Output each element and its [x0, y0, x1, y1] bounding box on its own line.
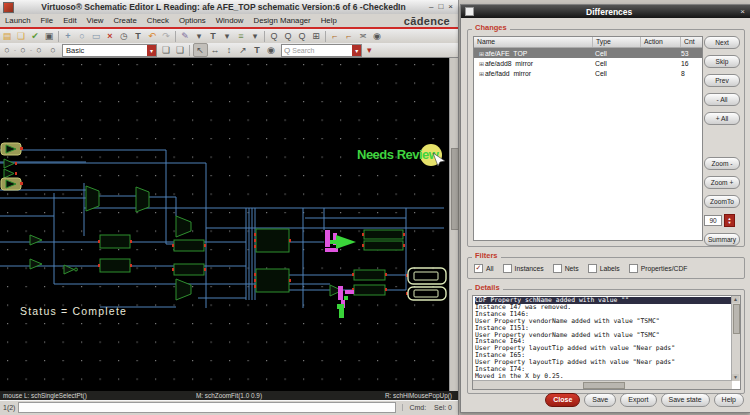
probe-icon[interactable]: ◉: [265, 44, 278, 56]
search-options-icon[interactable]: ▾: [363, 44, 376, 56]
canvas-vertical-scrollbar[interactable]: [449, 58, 458, 392]
checkbox[interactable]: [553, 264, 562, 273]
details-horizontal-scrollbar[interactable]: [473, 380, 732, 389]
menu-options[interactable]: Options: [174, 16, 211, 25]
dropdown-icon[interactable]: ▾: [221, 30, 234, 42]
skip-button[interactable]: Skip: [704, 55, 740, 68]
menu-window[interactable]: Window: [211, 16, 249, 25]
filter-nets[interactable]: Nets: [553, 264, 579, 273]
checkbox-checked[interactable]: ✓: [474, 264, 483, 273]
text-icon[interactable]: T: [132, 30, 145, 42]
close-icon[interactable]: ×: [448, 2, 453, 12]
save-icon[interactable]: ▣: [43, 30, 56, 42]
probe-icon[interactable]: ◉: [371, 30, 384, 42]
scrollbar-thumb[interactable]: [733, 304, 740, 334]
collapse-all-button[interactable]: - All: [704, 93, 740, 106]
menu-create[interactable]: Create: [108, 16, 141, 25]
expander-icon[interactable]: ⊞: [479, 71, 484, 77]
menu-file[interactable]: File: [36, 16, 59, 25]
minimize-icon[interactable]: –: [429, 2, 433, 12]
stretch-icon[interactable]: ○: [76, 30, 89, 42]
wire-icon[interactable]: ⌐: [329, 30, 342, 42]
changes-table[interactable]: Name Type Action Cnt ⊞afe/AFE_TOP Cell 5…: [473, 36, 703, 241]
expander-icon[interactable]: ⊞: [479, 51, 484, 57]
search-dropdown-icon[interactable]: ▾: [352, 45, 361, 56]
select-connect-icon[interactable]: ↕: [223, 44, 236, 56]
filter-instances[interactable]: Instances: [503, 264, 544, 273]
dialog-close-icon[interactable]: ×: [740, 7, 745, 16]
dropdown-icon[interactable]: ▾: [249, 30, 262, 42]
open-icon[interactable]: ❏: [15, 30, 28, 42]
menu-check[interactable]: Check: [142, 16, 174, 25]
checkbox[interactable]: [629, 264, 638, 273]
select-instance-icon[interactable]: ↗: [237, 44, 250, 56]
schematic-canvas[interactable]: Needs Review Status = Complete: [0, 57, 458, 392]
menu-help[interactable]: Help: [316, 16, 342, 25]
select-point-icon[interactable]: ↖: [193, 43, 208, 57]
zoom-in-icon[interactable]: Q: [268, 30, 281, 42]
needs-review-label[interactable]: Needs Review: [357, 147, 440, 162]
move-icon[interactable]: +: [62, 30, 75, 42]
instance-icon[interactable]: ❏: [174, 44, 187, 56]
prev-button[interactable]: Prev: [704, 74, 740, 87]
select-area-icon[interactable]: ↔: [209, 44, 222, 56]
menu-design-manager[interactable]: Design Manager: [249, 16, 316, 25]
status-note-label[interactable]: Status = Complete: [20, 305, 127, 317]
expand-all-button[interactable]: + All: [704, 112, 740, 125]
close-button[interactable]: Close: [545, 393, 580, 407]
menu-launch[interactable]: Launch: [0, 16, 36, 25]
export-button[interactable]: Export: [620, 393, 656, 407]
property-icon[interactable]: ✎: [179, 30, 192, 42]
new-file-icon[interactable]: ▤: [1, 30, 14, 42]
dialog-title-bar[interactable]: Differences ×: [461, 5, 750, 18]
combo-dropdown-icon[interactable]: ▾: [147, 45, 156, 56]
save-button[interactable]: Save: [584, 393, 616, 407]
nav-workspace-icon[interactable]: ○: [33, 44, 46, 56]
wire-level-icon[interactable]: ≡: [235, 30, 248, 42]
spin-down-icon[interactable]: ▼: [728, 221, 732, 225]
nav-workspace-icon[interactable]: ○: [1, 44, 14, 56]
checkin-icon[interactable]: ✔: [29, 30, 42, 42]
checkbox[interactable]: [588, 264, 597, 273]
zoom-area-icon[interactable]: ⊞: [310, 30, 323, 42]
zoom-out-button[interactable]: Zoom -: [704, 157, 740, 170]
menu-view[interactable]: View: [82, 16, 109, 25]
details-vertical-scrollbar[interactable]: ▲ ▼: [731, 296, 740, 381]
next-button[interactable]: Next: [704, 36, 740, 49]
column-name[interactable]: Name: [474, 37, 593, 47]
zoom-fit-icon[interactable]: Q: [296, 30, 309, 42]
history-icon[interactable]: ◷: [118, 30, 131, 42]
table-row[interactable]: ⊞afe/AFE_TOP Cell 53: [474, 48, 702, 58]
maximize-icon[interactable]: □: [438, 2, 443, 12]
details-textarea[interactable]: CDF Property schName added with value ""…: [472, 295, 741, 390]
wide-wire-icon[interactable]: ⌐: [343, 30, 356, 42]
checkbox[interactable]: [503, 264, 512, 273]
dropdown-icon[interactable]: ▾: [193, 30, 206, 42]
scroll-up-icon[interactable]: ▲: [732, 296, 739, 303]
column-cnt[interactable]: Cnt: [681, 37, 702, 47]
command-input[interactable]: [18, 402, 396, 413]
summary-button[interactable]: Summary: [704, 233, 740, 246]
title-bar[interactable]: Virtuoso® Schematic Editor L Reading: af…: [0, 0, 458, 15]
copy-icon[interactable]: ▭: [90, 30, 103, 42]
ruler-icon[interactable]: ≍: [357, 30, 370, 42]
nav-workspace-icon[interactable]: ○: [47, 44, 60, 56]
expander-icon[interactable]: ⊞: [479, 61, 484, 67]
zoom-level-value[interactable]: 90: [704, 215, 722, 226]
workspace-combo[interactable]: Basic ▾: [62, 44, 157, 57]
help-button[interactable]: Help: [714, 393, 744, 407]
scrollbar-thumb[interactable]: [583, 382, 625, 389]
search-field[interactable]: Q Search ▾: [281, 44, 362, 57]
table-row[interactable]: ⊞afe/add8_mirror Cell 16: [474, 58, 702, 68]
redo-icon[interactable]: ↷: [160, 30, 173, 42]
filter-properties-cdf[interactable]: Properties/CDF: [629, 264, 688, 273]
save-state-button[interactable]: Save state: [661, 393, 710, 407]
filter-labels[interactable]: Labels: [588, 264, 620, 273]
undo-icon[interactable]: ↶: [146, 30, 159, 42]
scrollbar-thumb[interactable]: [451, 148, 459, 230]
paste-icon[interactable]: ❏: [160, 44, 173, 56]
nav-workspace-icon[interactable]: ○: [17, 44, 30, 56]
filter-all[interactable]: ✓ All: [474, 264, 494, 273]
zoom-to-button[interactable]: ZoomTo: [704, 195, 740, 208]
zoom-in-button[interactable]: Zoom +: [704, 176, 740, 189]
